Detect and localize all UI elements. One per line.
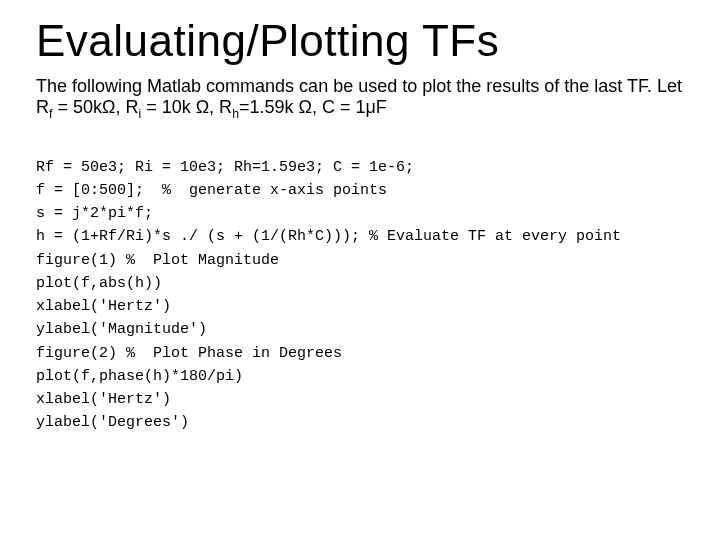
slide: Evaluating/Plotting TFs The following Ma… xyxy=(0,0,720,540)
para-text: = 50kΩ, R xyxy=(52,97,138,117)
code-line: s = j*2*pi*f; xyxy=(36,205,153,222)
code-line: plot(f,phase(h)*180/pi) xyxy=(36,368,243,385)
intro-paragraph: The following Matlab commands can be use… xyxy=(36,76,684,120)
code-line: figure(1) % Plot Magnitude xyxy=(36,252,279,269)
code-line: xlabel('Hertz') xyxy=(36,391,171,408)
code-line: Rf = 50e3; Ri = 10e3; Rh=1.59e3; C = 1e-… xyxy=(36,159,414,176)
code-line: xlabel('Hertz') xyxy=(36,298,171,315)
code-line: ylabel('Degrees') xyxy=(36,414,189,431)
slide-title: Evaluating/Plotting TFs xyxy=(36,16,684,66)
code-line: figure(2) % Plot Phase in Degrees xyxy=(36,345,342,362)
code-line: ylabel('Magnitude') xyxy=(36,321,207,338)
code-block: Rf = 50e3; Ri = 10e3; Rh=1.59e3; C = 1e-… xyxy=(36,132,684,458)
para-text: = 10k Ω, R xyxy=(141,97,232,117)
code-line: plot(f,abs(h)) xyxy=(36,275,162,292)
subscript-h: h xyxy=(232,106,239,120)
para-text: =1.59k Ω, C = 1μF xyxy=(239,97,387,117)
code-line: h = (1+Rf/Ri)*s ./ (s + (1/(Rh*C))); % E… xyxy=(36,228,621,245)
code-line: f = [0:500]; % generate x-axis points xyxy=(36,182,387,199)
